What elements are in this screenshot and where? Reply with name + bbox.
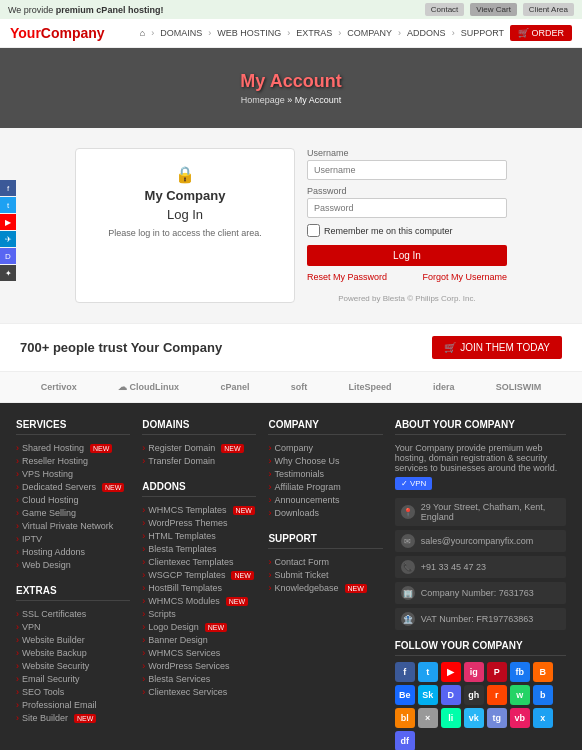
list-item[interactable]: Blesta Services [142,674,256,684]
list-item[interactable]: Email Security [16,674,130,684]
list-item[interactable]: Company [268,443,382,453]
list-item[interactable]: Clientexec Templates [142,557,256,567]
list-item[interactable]: Announcements [268,495,382,505]
list-item[interactable]: Why Choose Us [268,456,382,466]
list-item[interactable]: Website Builder [16,635,130,645]
list-item[interactable]: Register Domain NEW [142,443,256,453]
list-item[interactable]: WordPress Themes [142,518,256,528]
list-item[interactable]: Testimonials [268,469,382,479]
list-item[interactable]: Hosting Addons [16,547,130,557]
df-follow-icon[interactable]: df [395,731,415,750]
rd-follow-icon[interactable]: r [487,685,507,705]
username-input[interactable] [307,160,507,180]
tg-follow-icon[interactable]: tg [487,708,507,728]
list-item[interactable]: Scripts [142,609,256,619]
client-area-btn[interactable]: Client Area [523,3,574,16]
list-item[interactable]: Professional Email [16,700,130,710]
blesta-link[interactable]: Blesta [383,294,405,303]
order-btn[interactable]: 🛒 ORDER [510,25,572,41]
tw-follow-icon[interactable]: t [418,662,438,682]
list-item[interactable]: Contact Form [268,557,382,567]
list-item[interactable]: Knowledgebase NEW [268,583,382,593]
x-follow-icon[interactable]: x [533,708,553,728]
list-item[interactable]: Submit Ticket [268,570,382,580]
extra-social-btn[interactable]: ✦ [0,265,16,281]
be-follow-icon[interactable]: Be [395,685,415,705]
list-item[interactable]: VPN [16,622,130,632]
list-item[interactable]: SSL Certificates [16,609,130,619]
discord-social-btn[interactable]: D [0,248,16,264]
remember-checkbox[interactable] [307,224,320,237]
bh-follow-icon[interactable]: B [533,662,553,682]
reset-password-link[interactable]: Reset My Password [307,272,387,282]
breadcrumb-home[interactable]: Homepage [241,95,285,105]
list-item[interactable]: Clientexec Services [142,687,256,697]
dc-follow-icon[interactable]: D [441,685,461,705]
list-item[interactable]: Banner Design [142,635,256,645]
follow-section: FOLLOW YOUR COMPANY f t ▶ ig P fb B Be S… [395,640,566,750]
pi-follow-icon[interactable]: P [487,662,507,682]
nav-addons[interactable]: ADDONS [407,28,446,38]
list-item[interactable]: Website Backup [16,648,130,658]
logo[interactable]: YourCompany [10,25,105,41]
twitter-social-btn[interactable]: t [0,197,16,213]
list-item[interactable]: WordPress Services [142,661,256,671]
list-item[interactable]: Affiliate Program [268,482,382,492]
login-button[interactable]: Log In [307,245,507,266]
ig-follow-icon[interactable]: ig [464,662,484,682]
building-icon: 🏢 [401,586,415,600]
list-item[interactable]: SEO Tools [16,687,130,697]
list-item[interactable]: WHMCS Services [142,648,256,658]
youtube-social-btn[interactable]: ▶ [0,214,16,230]
nav-extras[interactable]: EXTRAS [296,28,332,38]
nav-company[interactable]: COMPANY [347,28,392,38]
list-item[interactable]: Downloads [268,508,382,518]
facebook-social-btn[interactable]: f [0,180,16,196]
addons-list: WHMCS Templates NEW WordPress Themes HTM… [142,505,256,697]
list-item[interactable]: IPTV [16,534,130,544]
list-item[interactable]: Game Selling [16,508,130,518]
yt-follow-icon[interactable]: ▶ [441,662,461,682]
xx-follow-icon[interactable]: × [418,708,438,728]
extras-list: SSL Certificates VPN Website Builder Web… [16,609,130,723]
view-cart-btn[interactable]: View Cart [470,3,517,16]
join-btn[interactable]: 🛒 JOIN THEM TODAY [432,336,562,359]
list-item[interactable]: Transfer Domain [142,456,256,466]
list-item[interactable]: Reseller Hosting [16,456,130,466]
password-input[interactable] [307,198,507,218]
vb-follow-icon[interactable]: vb [510,708,530,728]
vk-follow-icon[interactable]: vk [464,708,484,728]
list-item[interactable]: Site Builder NEW [16,713,130,723]
telegram-social-btn[interactable]: ✈ [0,231,16,247]
list-item[interactable]: VPS Hosting [16,469,130,479]
list-item[interactable]: Blesta Templates [142,544,256,554]
nav-support[interactable]: SUPPORT [461,28,504,38]
list-item[interactable]: Virtual Private Network [16,521,130,531]
list-item[interactable]: Website Security [16,661,130,671]
bl2-follow-icon[interactable]: bl [395,708,415,728]
list-item[interactable]: Dedicated Servers NEW [16,482,130,492]
home-icon[interactable]: ⌂ [140,28,145,38]
login-box: 🔒 My Company Log In Please log in to acc… [75,148,295,303]
list-item[interactable]: HTML Templates [142,531,256,541]
nav-domains[interactable]: DOMAINS [160,28,202,38]
vps-badge[interactable]: ✓ VPN [395,477,433,490]
list-item[interactable]: Cloud Hosting [16,495,130,505]
nav-web-hosting[interactable]: WEB HOSTING [217,28,281,38]
gh-follow-icon[interactable]: gh [464,685,484,705]
list-item[interactable]: WSGCP Templates NEW [142,570,256,580]
list-item[interactable]: WHMCS Templates NEW [142,505,256,515]
contact-btn[interactable]: Contact [425,3,465,16]
li-follow-icon[interactable]: li [441,708,461,728]
list-item[interactable]: WHMCS Modules NEW [142,596,256,606]
fb-follow-icon[interactable]: f [395,662,415,682]
bl-follow-icon[interactable]: b [533,685,553,705]
list-item[interactable]: Shared Hosting NEW [16,443,130,453]
list-item[interactable]: HostBill Templates [142,583,256,593]
list-item[interactable]: Web Design [16,560,130,570]
fb2-follow-icon[interactable]: fb [510,662,530,682]
forgot-username-link[interactable]: Forgot My Username [422,272,507,282]
wa-follow-icon[interactable]: w [510,685,530,705]
sk-follow-icon[interactable]: Sk [418,685,438,705]
list-item[interactable]: Logo Design NEW [142,622,256,632]
